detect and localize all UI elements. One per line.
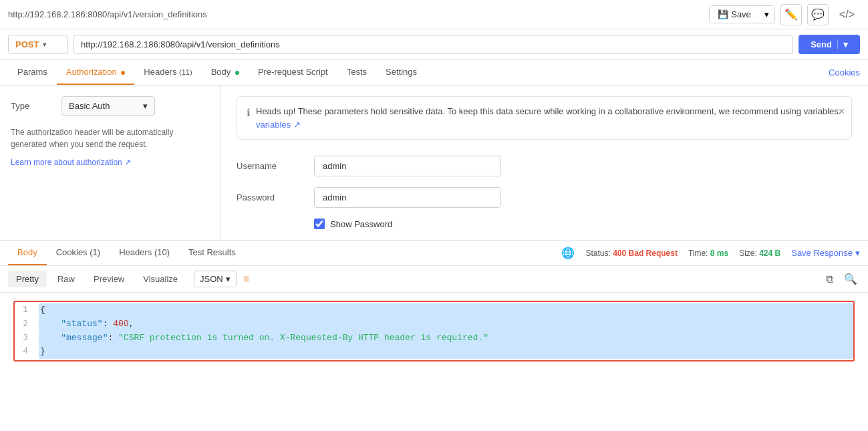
format-tabs: Pretty Raw Preview Visualize JSON ▾ ≡: [8, 271, 249, 287]
tab-tests[interactable]: Tests: [337, 60, 376, 85]
url-input[interactable]: [74, 35, 793, 54]
code-line-4: 4 }: [15, 345, 853, 359]
response-tab-cookies[interactable]: Cookies (1): [47, 241, 110, 265]
size-section: Size: 424 B: [739, 249, 780, 258]
request-tabs-row: Params Authorization Headers (11) Body P…: [0, 60, 868, 86]
tab-params[interactable]: Params: [8, 60, 57, 85]
learn-more-link[interactable]: Learn more about authorization ↗: [11, 158, 131, 167]
line-number-1: 1: [15, 303, 28, 317]
method-select[interactable]: POST ▾: [8, 35, 68, 54]
save-button[interactable]: 💾 Save: [710, 6, 759, 23]
tab-headers[interactable]: Headers (11): [134, 60, 201, 85]
time-value: 8 ms: [710, 249, 728, 258]
save-response-button[interactable]: Save Response ▾: [791, 248, 860, 258]
auth-left-panel: Type Basic Auth ▾ The authorization head…: [0, 86, 221, 240]
code-line-3: 3 "message": "CSRF protection is turned …: [15, 331, 853, 345]
format-right-actions: ⧉ 🔍: [823, 270, 860, 288]
line-number-3: 3: [15, 331, 28, 345]
save-response-arrow: ▾: [855, 248, 860, 258]
send-button[interactable]: Send ▾: [799, 35, 860, 54]
response-tab-body[interactable]: Body: [8, 241, 47, 265]
tab-prerequest[interactable]: Pre-request Script: [249, 60, 337, 85]
time-section: Time: 8 ms: [688, 249, 728, 258]
password-label: Password: [237, 192, 303, 202]
alert-box: ℹ Heads up! These parameters hold sensit…: [237, 96, 852, 140]
filter-icon[interactable]: ≡: [243, 273, 249, 285]
authorization-dot: [121, 71, 125, 75]
comment-icon-button[interactable]: 💬: [807, 4, 829, 25]
url-bar: POST ▾ Send ▾: [0, 29, 868, 60]
top-bar-actions: 💾 Save ▾ ✏️ 💬 </>: [709, 4, 860, 25]
username-label: Username: [237, 161, 303, 171]
globe-icon: 🌐: [561, 247, 575, 259]
code-line-1: 1 {: [15, 303, 853, 317]
response-tabs: Body Cookies (1) Headers (10) Test Resul…: [8, 241, 245, 265]
line-number-4: 4: [15, 345, 28, 359]
json-format-select[interactable]: JSON ▾: [194, 271, 237, 287]
code-block-selected: 1 { 2 "status": 400, 3 "message": "CSRF …: [13, 301, 855, 362]
fmt-tab-visualize[interactable]: Visualize: [135, 271, 186, 287]
type-select-arrow: ▾: [143, 101, 148, 111]
response-headers-count: (10): [154, 247, 170, 257]
show-password-label: Show Password: [330, 219, 392, 229]
send-dropdown-arrow[interactable]: ▾: [837, 39, 848, 49]
code-area: 1 { 2 "status": 400, 3 "message": "CSRF …: [0, 293, 868, 370]
tab-authorization[interactable]: Authorization: [57, 60, 135, 85]
response-tab-headers[interactable]: Headers (10): [110, 241, 179, 265]
cookies-link[interactable]: Cookies: [829, 67, 860, 78]
tab-settings[interactable]: Settings: [376, 60, 426, 85]
search-icon-button[interactable]: 🔍: [841, 270, 860, 288]
type-select[interactable]: Basic Auth ▾: [61, 96, 155, 116]
status-section: Status: 400 Bad Request: [585, 249, 677, 258]
info-icon: ℹ: [247, 106, 251, 121]
show-password-checkbox[interactable]: [314, 219, 325, 229]
username-row: Username: [237, 156, 852, 176]
save-dropdown-arrow[interactable]: ▾: [759, 6, 774, 23]
tab-body[interactable]: Body: [202, 60, 249, 85]
response-tab-test-results[interactable]: Test Results: [179, 241, 245, 265]
top-bar-url: http://192.168.2.186:8080/api/v1/version…: [8, 9, 709, 19]
format-toolbar: Pretty Raw Preview Visualize JSON ▾ ≡ ⧉ …: [0, 266, 868, 293]
code-line-2: 2 "status": 400,: [15, 317, 853, 331]
auth-right-panel: ℹ Heads up! These parameters hold sensit…: [221, 86, 868, 240]
alert-close-button[interactable]: ×: [839, 104, 845, 120]
line-content-3: "message": "CSRF protection is turned on…: [39, 331, 853, 345]
type-row: Type Basic Auth ▾: [11, 96, 209, 116]
username-input[interactable]: [314, 156, 501, 176]
fmt-tab-pretty[interactable]: Pretty: [8, 271, 47, 287]
top-bar: http://192.168.2.186:8080/api/v1/version…: [0, 0, 868, 29]
json-select-arrow: ▾: [226, 274, 231, 284]
size-value: 424 B: [759, 249, 780, 258]
alert-text: Heads up! These parameters hold sensitiv…: [256, 105, 842, 131]
line-content-4: }: [39, 345, 853, 359]
password-row: Password: [237, 187, 852, 208]
save-icon: 💾: [718, 9, 728, 19]
response-status-row: 🌐 Status: 400 Bad Request Time: 8 ms Siz…: [561, 247, 860, 259]
line-content-1: {: [39, 303, 853, 317]
cookies-count: (1): [90, 247, 100, 257]
response-section: Body Cookies (1) Headers (10) Test Resul…: [0, 241, 868, 370]
request-tabs: Params Authorization Headers (11) Body P…: [8, 60, 426, 85]
save-button-group[interactable]: 💾 Save ▾: [709, 5, 775, 23]
status-value: 400 Bad Request: [613, 249, 678, 258]
variables-link[interactable]: variables ↗: [256, 120, 301, 130]
code-view-button[interactable]: </>: [834, 6, 860, 23]
show-password-row: Show Password: [314, 219, 852, 229]
main-content: Type Basic Auth ▾ The authorization head…: [0, 86, 868, 241]
method-dropdown-arrow: ▾: [43, 41, 46, 48]
copy-icon-button[interactable]: ⧉: [823, 271, 836, 288]
line-number-2: 2: [15, 317, 28, 331]
fmt-tab-preview[interactable]: Preview: [86, 271, 132, 287]
password-input[interactable]: [314, 187, 501, 208]
fmt-tab-raw[interactable]: Raw: [49, 271, 83, 287]
auth-description: The authorization header will be automat…: [11, 126, 209, 150]
method-label: POST: [15, 39, 39, 49]
line-content-2: "status": 400,: [39, 317, 853, 331]
headers-count: (11): [179, 68, 192, 76]
edit-icon-button[interactable]: ✏️: [780, 4, 802, 25]
type-label: Type: [11, 101, 51, 111]
response-tabs-row: Body Cookies (1) Headers (10) Test Resul…: [0, 241, 868, 266]
body-dot: [235, 71, 239, 75]
